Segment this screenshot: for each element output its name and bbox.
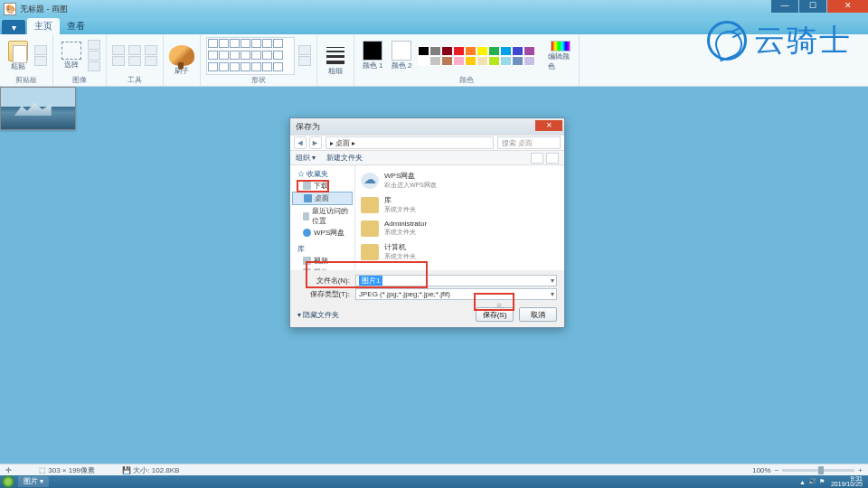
maximize-button[interactable]: ☐ (799, 0, 826, 13)
group-brush: 刷子 (164, 34, 201, 86)
stroke-icon (326, 45, 344, 66)
system-tray: ▲ 🔊 ⚑ 9:31 2019/10/25 (799, 476, 868, 487)
folder-icon (361, 244, 379, 260)
palette-swatch[interactable] (500, 56, 512, 66)
palette-swatch[interactable] (500, 46, 512, 56)
tray-icon[interactable]: ▲ (799, 479, 806, 485)
zoom-icon[interactable] (145, 56, 157, 66)
color-palette[interactable] (418, 46, 544, 66)
file-menu[interactable]: ▾ (2, 20, 25, 34)
palette-swatch[interactable] (441, 46, 453, 56)
palette-swatch[interactable] (488, 46, 500, 56)
start-button[interactable] (2, 475, 14, 488)
eraser-icon[interactable] (112, 56, 125, 66)
palette-swatch[interactable] (429, 56, 441, 66)
sidebar-item-recent[interactable]: 最近访问的位置 (290, 205, 354, 227)
picker-icon[interactable] (128, 56, 141, 66)
tray-icon[interactable]: 🔊 (808, 478, 816, 485)
tab-home[interactable]: 主页 (27, 18, 60, 34)
palette-swatch[interactable] (429, 46, 441, 56)
palette-swatch[interactable] (512, 56, 524, 66)
text-icon[interactable] (145, 45, 157, 55)
sidebar-item-videos[interactable]: 视频 (290, 255, 354, 267)
rotate-icon[interactable] (88, 61, 100, 71)
zoom-out-button[interactable]: − (775, 466, 779, 474)
tools-col1 (112, 45, 125, 66)
minimize-button[interactable]: — (771, 0, 798, 13)
organize-button[interactable]: 组织 ▾ (296, 153, 316, 163)
dialog-titlebar[interactable]: 保存为 ✕ (290, 118, 564, 135)
dialog-title: 保存为 (296, 121, 320, 133)
help-icon[interactable] (546, 153, 559, 164)
outline-icon[interactable] (298, 45, 311, 55)
dialog-filelist: WPS网盘 双击进入WPS网盘 库 系统文件夹 Administrator 系统… (355, 165, 564, 270)
select-label: 选择 (64, 60, 79, 70)
dialog-close-button[interactable]: ✕ (535, 120, 562, 131)
fillshape-icon[interactable] (298, 56, 311, 66)
palette-swatch[interactable] (488, 56, 500, 66)
palette-swatch[interactable] (453, 46, 465, 56)
breadcrumb[interactable]: ▸ 桌面 ▸ (326, 136, 494, 149)
tray-icon[interactable]: ⚑ (819, 478, 825, 485)
copy-icon[interactable] (34, 56, 47, 66)
palette-swatch[interactable] (524, 56, 535, 66)
zoom-slider[interactable] (782, 469, 854, 472)
filelist-item[interactable]: 库 系统文件夹 (361, 192, 559, 217)
palette-swatch[interactable] (476, 56, 488, 66)
select-button[interactable]: 选择 (59, 41, 84, 71)
filelist-item[interactable]: Administrator 系统文件夹 (361, 217, 559, 239)
sidebar-item-pictures[interactable]: 图片 (290, 267, 354, 270)
shapes-opts (298, 45, 311, 66)
view-button[interactable] (531, 153, 543, 164)
stroke-button[interactable]: 粗细 (323, 45, 348, 76)
color1-button[interactable]: 颜色 1 (360, 41, 385, 71)
brush-button[interactable]: 刷子 (169, 45, 194, 76)
newfolder-button[interactable]: 新建文件夹 (326, 153, 363, 163)
select-icon (61, 42, 81, 60)
nav-fwd-icon[interactable]: ► (309, 136, 322, 149)
shapes-gallery[interactable] (206, 37, 295, 75)
hide-folders-toggle[interactable]: ▾ 隐藏文件夹 (297, 310, 339, 320)
taskbar-item[interactable]: 图片 ▾ (18, 476, 49, 487)
paste-button[interactable]: 粘贴 (5, 41, 31, 71)
tab-view[interactable]: 查看 (60, 18, 92, 34)
palette-swatch[interactable] (418, 56, 429, 66)
palette-swatch[interactable] (441, 56, 453, 66)
palette-swatch[interactable] (512, 46, 524, 56)
zoom-in-button[interactable]: + (858, 466, 863, 474)
filename-input[interactable]: 图片1 (355, 275, 557, 286)
search-input[interactable]: 搜索 桌面 (497, 136, 561, 149)
palette-swatch[interactable] (524, 46, 535, 56)
sidebar-item-desktop[interactable]: 桌面 (292, 192, 353, 205)
filelist-item[interactable]: 计算机 系统文件夹 (361, 239, 559, 264)
item-subtitle: 双击进入WPS网盘 (384, 181, 437, 190)
color2-label: 颜色 2 (392, 61, 412, 70)
cut-icon[interactable] (34, 45, 47, 55)
sidebar-item-downloads[interactable]: 下载 (290, 180, 354, 192)
filelist-item[interactable]: WPS网盘 双击进入WPS网盘 (361, 168, 559, 192)
filetype-select[interactable]: JPEG (*.jpg;*.jpeg;*.jpe;*.jfif) (355, 288, 557, 300)
palette-swatch[interactable] (453, 56, 465, 66)
sidebar-libraries[interactable]: 库 (290, 242, 354, 255)
palette-swatch[interactable] (465, 46, 476, 56)
sidebar-item-wps[interactable]: WPS网盘 (290, 227, 354, 239)
crop-icon[interactable] (88, 40, 100, 50)
fill-icon[interactable] (128, 45, 141, 55)
edit-colors-button[interactable]: 编辑颜色 (548, 41, 573, 71)
canvas-thumbnail[interactable] (0, 87, 76, 130)
pencil-icon[interactable] (112, 45, 125, 55)
nav-back-icon[interactable]: ◄ (294, 136, 307, 149)
taskbar-clock[interactable]: 9:31 2019/10/25 (827, 476, 866, 487)
color2-button[interactable]: 颜色 2 (389, 41, 414, 71)
app-titlebar: 🎨 无标题 - 画图 (0, 0, 868, 18)
close-button[interactable]: ✕ (827, 0, 868, 13)
group-stroke: 粗细 (317, 34, 354, 86)
palette-swatch[interactable] (465, 56, 476, 66)
palette-swatch[interactable] (418, 46, 429, 56)
resize-icon[interactable] (88, 51, 100, 61)
cancel-button[interactable]: 取消 (519, 307, 557, 322)
palette-swatch[interactable] (476, 46, 488, 56)
statusbar: ✛ ⬚ 303 × 199像素 💾 大小: 102.8KB 100% − + (0, 464, 868, 475)
save-button[interactable]: 保存(S) (476, 307, 514, 322)
sidebar-favorites[interactable]: ☆ 收藏夹 (290, 167, 354, 180)
